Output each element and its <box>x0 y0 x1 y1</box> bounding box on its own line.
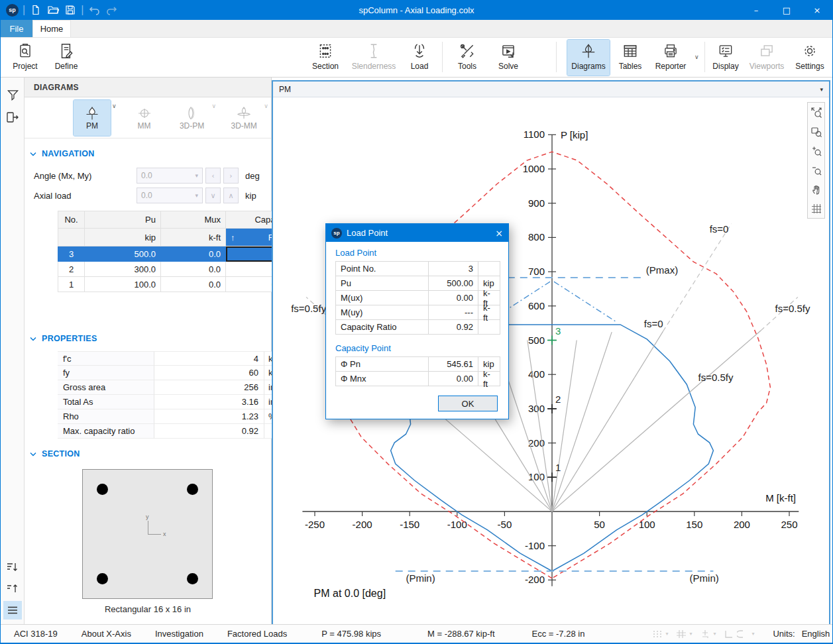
axial-up-button[interactable]: ∧ <box>223 188 239 203</box>
app-logo-icon[interactable]: sp <box>6 4 19 17</box>
load-points-table: No. Pu Mux Capacity kip k-ft ↑ Ratio 3 5… <box>58 211 294 292</box>
angle-prev-button[interactable]: ‹ <box>205 168 221 184</box>
tab-file[interactable]: File <box>1 20 32 37</box>
display-label: Display <box>712 62 738 71</box>
minimize-button[interactable]: – <box>741 0 771 20</box>
section-y-axis <box>148 521 148 535</box>
units-selector[interactable]: Units: English ▾ <box>773 629 833 639</box>
properties-section-header[interactable]: PROPERTIES <box>30 334 97 343</box>
save-icon[interactable] <box>64 3 77 17</box>
navigation-section-header[interactable]: NAVIGATION <box>30 149 95 158</box>
sort-descending-icon[interactable] <box>3 558 22 576</box>
open-file-icon[interactable] <box>46 3 60 17</box>
status-design-code[interactable]: ACI 318-19 <box>1 629 70 639</box>
status-snap-tools: ▾ ▾ ▾ ▾ <box>652 629 759 639</box>
svg-text:-200: -200 <box>525 574 545 585</box>
mm3d-dropdown-icon: ∨ <box>264 103 268 109</box>
section-label: Section <box>312 62 339 71</box>
svg-text:fs=0.5fy: fs=0.5fy <box>698 372 734 383</box>
angle-input[interactable]: 0.0▾ <box>137 168 203 184</box>
project-button[interactable]: Project <box>6 40 44 76</box>
zoom-toolbar <box>807 102 825 219</box>
dot-grid-icon <box>652 629 663 639</box>
maximize-button[interactable]: □ <box>771 0 802 20</box>
snap-magnet-icon <box>737 629 749 639</box>
dialog-close-icon[interactable]: × <box>495 228 503 239</box>
sort-ascending-icon[interactable] <box>3 579 22 598</box>
section-x-label: x <box>163 531 166 537</box>
grid-icon[interactable] <box>808 199 824 218</box>
rebar-dot <box>187 573 198 584</box>
zoom-in-icon[interactable] <box>808 141 824 160</box>
svg-text:M [k-ft]: M [k-ft] <box>765 492 796 504</box>
col-header-no[interactable]: No. <box>58 211 85 229</box>
svg-text:200: 200 <box>734 519 750 530</box>
pm-dropdown-icon[interactable]: ∨ <box>112 103 117 109</box>
table-row[interactable]: 2 300.0 0.0 0.55 <box>58 262 294 277</box>
define-button[interactable]: Define <box>47 40 85 76</box>
angle-row: Angle (Mx, My) 0.0▾ ‹ › deg <box>34 168 260 184</box>
solve-button[interactable]: Solve <box>491 40 526 76</box>
col-header-pu[interactable]: Pu <box>85 211 161 229</box>
table-row-selected[interactable]: 3 500.0 0.0 0.92 <box>58 246 294 262</box>
new-file-icon[interactable] <box>29 3 42 17</box>
svg-text:500: 500 <box>528 335 545 346</box>
status-load-type[interactable]: Factored Loads <box>215 629 299 639</box>
pan-icon[interactable] <box>808 180 824 199</box>
zoom-window-icon[interactable] <box>808 122 824 141</box>
status-bar: ACI 318-19 About X-Axis Investigation Fa… <box>1 624 832 643</box>
left-rail <box>1 78 25 624</box>
viewports-button: Viewports <box>746 40 788 76</box>
col-header-mux[interactable]: Mux <box>161 211 226 229</box>
svg-text:fs=0: fs=0 <box>644 318 663 329</box>
svg-text:PM at 0.0 [deg]: PM at 0.0 [deg] <box>314 588 386 599</box>
axial-input[interactable]: 0.0▾ <box>137 188 203 203</box>
table-row[interactable]: 1 100.0 0.0 0.40 <box>58 277 294 292</box>
section-button[interactable]: Section <box>305 40 345 76</box>
svg-text:-100: -100 <box>447 519 467 530</box>
tab-home[interactable]: Home <box>32 20 71 37</box>
zoom-extents-icon[interactable] <box>808 103 824 122</box>
svg-text:400: 400 <box>528 368 545 380</box>
load-button[interactable]: Load <box>402 40 437 76</box>
section-section-header[interactable]: SECTION <box>30 449 80 458</box>
angle-combo-caret-icon[interactable]: ▾ <box>195 172 198 179</box>
axial-combo-caret-icon[interactable]: ▾ <box>195 192 198 199</box>
unit-cell-kft: k-ft <box>161 229 226 246</box>
status-run-mode[interactable]: Investigation <box>143 629 215 639</box>
svg-text:800: 800 <box>528 231 545 242</box>
reporter-button[interactable]: Reporter <box>650 40 691 76</box>
pm-diagram-button[interactable]: PM <box>74 100 111 136</box>
diagrams-button[interactable]: Diagrams <box>567 40 610 76</box>
properties-title: PROPERTIES <box>42 334 97 343</box>
project-label: Project <box>13 62 37 71</box>
svg-text:(Pmin): (Pmin) <box>690 572 719 584</box>
ray-right-steep2 <box>552 341 577 512</box>
ribbon: Project Define Section Slenderness Load … <box>1 38 832 78</box>
export-panel-icon[interactable] <box>3 108 22 127</box>
chart-view-header[interactable]: PM ▾ <box>273 81 829 97</box>
display-button[interactable]: Display <box>707 40 744 76</box>
filter-icon[interactable] <box>3 85 22 104</box>
undo-icon[interactable] <box>87 3 101 17</box>
units-label: Units: <box>773 629 795 639</box>
fs0-right-dashed <box>663 224 732 331</box>
dialog-title-bar[interactable]: sp Load Point × <box>326 224 508 242</box>
settings-button[interactable]: Settings <box>791 40 829 76</box>
panel-menu-icon[interactable] <box>3 601 22 619</box>
angle-next-button[interactable]: › <box>223 168 239 184</box>
reporter-dropdown-icon[interactable]: ∨ <box>694 54 699 60</box>
axial-down-button[interactable]: ∨ <box>205 188 221 203</box>
chart-view-caret-icon[interactable]: ▾ <box>820 86 823 93</box>
mm3d-diagram-button: 3D-MM <box>225 100 262 136</box>
svg-text:700: 700 <box>528 266 545 277</box>
redo-icon[interactable] <box>105 3 118 17</box>
close-button[interactable]: × <box>802 0 832 20</box>
section-y-label: y <box>146 513 149 520</box>
status-axis[interactable]: About X-Axis <box>70 629 143 639</box>
load-point-marker-3: 3 <box>547 325 561 345</box>
tools-button[interactable]: Tools <box>450 40 484 76</box>
zoom-out-icon[interactable] <box>808 160 824 180</box>
ok-button[interactable]: OK <box>438 396 498 411</box>
tables-button[interactable]: Tables <box>613 40 647 76</box>
